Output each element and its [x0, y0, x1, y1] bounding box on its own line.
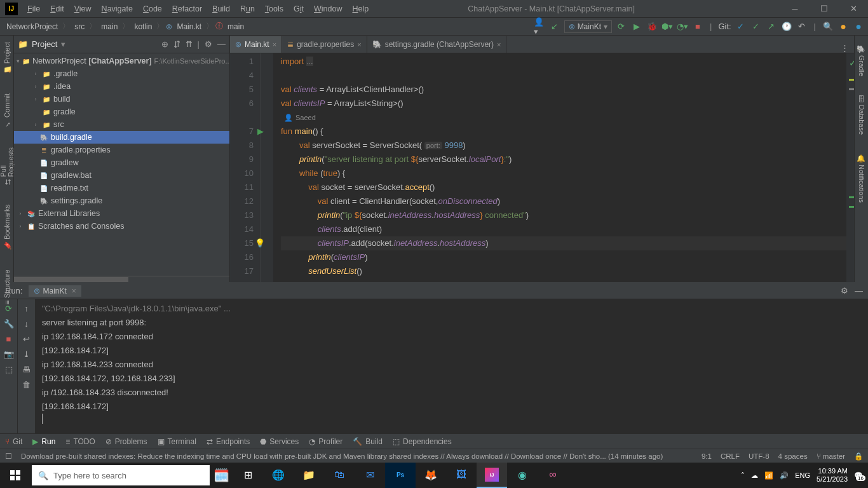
run-config-selector[interactable]: ⊚MainKt▾: [564, 20, 612, 33]
tree-item[interactable]: 📁gradle: [14, 105, 229, 118]
tray-volume-icon[interactable]: 🔊: [780, 471, 789, 480]
task-explorer-icon[interactable]: 📁: [294, 463, 324, 488]
tab-gradle-properties[interactable]: ≣gradle.properties×: [282, 36, 367, 53]
settings-sync-icon[interactable]: ●: [853, 21, 864, 32]
menu-refactor[interactable]: Refactor: [168, 2, 207, 16]
tab-actions-icon[interactable]: ⋮: [836, 43, 854, 53]
menu-code[interactable]: Code: [139, 2, 166, 16]
tab-settings-gradle[interactable]: 🐘settings.gradle (ChatAppServer)×: [367, 36, 507, 53]
menu-build[interactable]: Build: [208, 2, 234, 16]
tree-item[interactable]: ≣gradle.properties: [14, 144, 229, 156]
task-photos-icon[interactable]: 🖼: [446, 463, 477, 488]
task-app2-icon[interactable]: ∞: [538, 463, 568, 488]
tree-item[interactable]: ›📁.idea: [14, 80, 229, 93]
btab-endpoints[interactable]: ⇄Endpoints: [207, 437, 250, 446]
task-mail-icon[interactable]: ✉: [355, 463, 385, 488]
btab-todo[interactable]: ≡TODO: [65, 437, 95, 446]
menu-run[interactable]: Run: [236, 2, 259, 16]
expand-all-icon[interactable]: ⇵: [173, 39, 180, 49]
dump-threads-icon[interactable]: 📷: [4, 349, 14, 359]
gutter-gradle[interactable]: 🐘 Gradle: [856, 41, 867, 80]
run-config-icon[interactable]: 🔧: [4, 318, 14, 329]
add-user-icon[interactable]: 👤▾: [534, 21, 545, 32]
inspection-ok-icon[interactable]: ✓: [849, 56, 851, 70]
run-icon[interactable]: ▶: [631, 21, 642, 32]
task-view-icon[interactable]: ⊞: [233, 463, 263, 488]
run-tab[interactable]: ⊚MainKt×: [29, 285, 81, 297]
menu-file[interactable]: File: [23, 2, 44, 16]
lock-icon[interactable]: 🔒: [854, 452, 863, 461]
intention-bulb-icon[interactable]: 💡: [255, 236, 265, 250]
stop-icon[interactable]: ■: [692, 21, 703, 32]
tray-overflow-icon[interactable]: ˄: [741, 471, 745, 480]
status-message[interactable]: Download pre-built shared indexes: Reduc…: [21, 452, 693, 460]
bc-file[interactable]: Main.kt: [174, 21, 204, 32]
bc-kotlin[interactable]: kotlin: [132, 21, 154, 32]
soft-wrap-icon[interactable]: ↩: [22, 334, 32, 344]
code-content[interactable]: import ... val clients = ArrayList<Clien…: [273, 53, 846, 282]
btab-git[interactable]: ⑂Git: [5, 437, 22, 446]
profile-icon[interactable]: ◔▾: [677, 21, 688, 32]
minimize-button[interactable]: ─: [780, 0, 810, 18]
search-highlights-icon[interactable]: 🗓️: [210, 465, 233, 485]
tree-item[interactable]: ›📁.gradle: [14, 67, 229, 80]
gutter-database[interactable]: 🗄 Database: [857, 92, 867, 139]
run-settings-icon[interactable]: ⚙: [841, 286, 848, 295]
tray-notifications-icon[interactable]: 💬16: [854, 471, 863, 480]
git-commit-icon[interactable]: ✓: [750, 21, 762, 32]
gutter-structure[interactable]: ≡ Structure: [2, 266, 12, 308]
run-hide-icon[interactable]: —: [855, 286, 863, 295]
maximize-button[interactable]: ☐: [810, 0, 839, 18]
indent-config[interactable]: 4 spaces: [778, 452, 808, 460]
git-update-icon[interactable]: ✓: [735, 21, 747, 32]
btab-terminal[interactable]: ▣Terminal: [158, 437, 196, 446]
git-push-icon[interactable]: ↗: [766, 21, 777, 32]
gutter-project[interactable]: 📁 Project: [1, 38, 12, 78]
task-app1-icon[interactable]: ◉: [507, 463, 538, 488]
gutter-commit[interactable]: ✓ Commit: [1, 90, 12, 132]
tree-item[interactable]: 📄gradlew: [14, 156, 229, 169]
bc-root[interactable]: NetworkProject: [4, 21, 60, 32]
console-output[interactable]: "C:\Program Files\Java\jdk-18.0.1.1\bin\…: [36, 299, 868, 433]
tray-onedrive-icon[interactable]: ☁: [751, 471, 758, 480]
menu-edit[interactable]: Edit: [46, 2, 69, 16]
task-photoshop-icon[interactable]: Ps: [385, 463, 416, 488]
menu-git[interactable]: Git: [289, 2, 308, 16]
close-icon[interactable]: ×: [273, 41, 276, 48]
tree-item-selected[interactable]: 🐘build.gradle: [14, 131, 229, 144]
btab-services[interactable]: ⬣Services: [260, 437, 299, 446]
btab-problems[interactable]: ⊘Problems: [105, 437, 147, 446]
tree-item[interactable]: ›📁src: [14, 118, 229, 131]
btab-build[interactable]: 🔨Build: [353, 437, 383, 446]
tree-item[interactable]: 📄readme.txt: [14, 182, 229, 194]
git-branch[interactable]: ⑂ master: [817, 452, 845, 460]
tree-root[interactable]: ▾📁 NetworkProject [ChatAppServer] F:\Kot…: [14, 55, 229, 67]
start-button[interactable]: [0, 463, 31, 488]
menu-navigate[interactable]: Navigate: [97, 2, 137, 16]
git-history-icon[interactable]: 🕐: [781, 21, 792, 32]
panel-settings-icon[interactable]: ⚙: [205, 39, 212, 49]
bc-src[interactable]: src: [72, 21, 87, 32]
bc-func[interactable]: main: [225, 21, 247, 32]
caret-position[interactable]: 9:1: [702, 452, 712, 460]
tree-item[interactable]: ›📁build: [14, 93, 229, 105]
scrollbar-horizontal[interactable]: [14, 277, 128, 282]
btab-profiler[interactable]: ◔Profiler: [309, 437, 342, 446]
search-icon[interactable]: 🔍: [822, 21, 834, 32]
gutter-pull-requests[interactable]: ⇆ Pull Requests: [0, 144, 16, 189]
tray-language[interactable]: ENG: [795, 471, 810, 479]
menu-view[interactable]: View: [70, 2, 96, 16]
collapse-all-icon[interactable]: ⇈: [186, 39, 193, 49]
task-firefox-icon[interactable]: 🦊: [416, 463, 446, 488]
tray-clock[interactable]: 10:39 AM5/21/2023: [817, 467, 848, 484]
stop-run-icon[interactable]: ■: [4, 334, 14, 344]
task-edge-icon[interactable]: 🌐: [263, 463, 294, 488]
close-icon[interactable]: ×: [357, 41, 361, 48]
reload-icon[interactable]: ⟳: [616, 21, 627, 32]
file-encoding[interactable]: UTF-8: [749, 452, 770, 460]
btab-dependencies[interactable]: ⬚Dependencies: [393, 437, 452, 446]
tab-main-kt[interactable]: ⊚Main.kt×: [230, 36, 282, 53]
layout-icon[interactable]: ⬚: [4, 364, 14, 374]
ide-updates-icon[interactable]: ●: [837, 21, 849, 32]
select-file-icon[interactable]: ⊕: [161, 39, 168, 49]
